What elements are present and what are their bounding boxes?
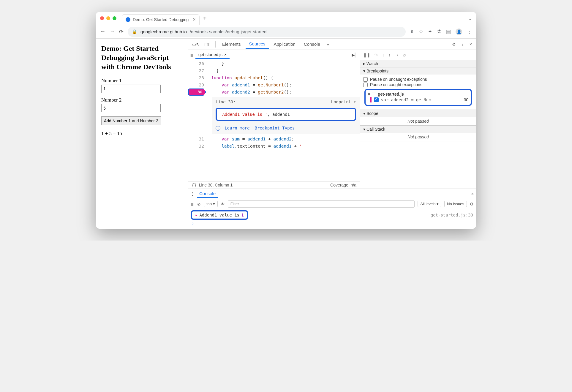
logpoint-marker[interactable]: ·· 30 <box>188 88 206 96</box>
number2-label: Number 2 <box>101 97 182 103</box>
new-tab-button[interactable]: + <box>203 15 207 22</box>
logpoint-line-label: Line 30: <box>216 98 236 105</box>
drawer-menu-icon[interactable]: ⋮ <box>190 192 195 196</box>
tab-application[interactable]: Application <box>270 40 299 48</box>
console-drawer: ⋮ Console × ▥ ⊘ top ▾ 👁 All levels ▾ No … <box>188 189 476 229</box>
browser-window: Demo: Get Started Debugging × + ⌄ ← → ⟳ … <box>96 12 476 229</box>
breakpoint-file-header[interactable]: ▾ get-started.js <box>368 92 468 97</box>
toolbar-icons: ⇪ ☆ ✦ ⚗ ▤ 👤 ⋮ <box>410 29 472 35</box>
devtools-tabs: ▭↖ ▢▯ Elements Sources Application Conso… <box>188 39 476 50</box>
console-sidebar-icon[interactable]: ▥ <box>190 202 194 206</box>
step-over-icon[interactable]: ↷ <box>375 53 378 57</box>
lock-icon: 🔒 <box>132 29 138 34</box>
gutter: 26 <box>188 60 207 67</box>
inspect-icon[interactable]: ▭↖ <box>190 41 201 48</box>
logpoint-expression[interactable]: 'Addend1 value is ', addend1 <box>216 108 356 121</box>
close-file-icon[interactable]: × <box>224 52 227 57</box>
add-button[interactable]: Add Number 1 and Number 2 <box>101 116 161 125</box>
file-tab[interactable]: get-started.js × <box>195 51 230 59</box>
extensions-icon[interactable]: ✦ <box>428 29 432 35</box>
tabs-dropdown-icon[interactable]: ⌄ <box>468 15 472 21</box>
logpoint-type-dropdown[interactable]: Logpoint ▾ <box>331 98 356 105</box>
address-bar: ← → ⟳ 🔒 googlechrome.github.io/devtools-… <box>96 25 476 39</box>
log-levels-dropdown[interactable]: All levels ▾ <box>418 201 441 207</box>
sources-toolbar: ▥ get-started.js × ▶▏ <box>188 50 360 60</box>
close-window-button[interactable] <box>100 16 104 20</box>
tab-elements[interactable]: Elements <box>219 40 244 48</box>
issues-button[interactable]: No Issues <box>444 201 467 207</box>
share-icon[interactable]: ⇪ <box>410 29 414 35</box>
url-input[interactable]: 🔒 googlechrome.github.io/devtools-sample… <box>128 27 406 37</box>
console-prompt[interactable]: › <box>188 221 476 229</box>
breakpoints-section: ▾ Breakpoints Pause on uncaught exceptio… <box>360 67 476 110</box>
console-toolbar: ▥ ⊘ top ▾ 👁 All levels ▾ No Issues ⚙ <box>188 199 476 209</box>
close-devtools-icon[interactable]: × <box>468 41 474 48</box>
breakpoint-entry[interactable]: var addend2 = getNum… 30 <box>368 97 468 103</box>
demo-page: Demo: Get Started Debugging JavaScript w… <box>96 39 188 229</box>
url-domain: googlechrome.github.io <box>140 29 187 34</box>
sources-panel: ▥ get-started.js × ▶▏ 26 } 27 } 28functi… <box>188 50 360 189</box>
traffic-lights <box>100 16 116 20</box>
pause-icon[interactable]: ❚❚ <box>363 53 370 57</box>
url-path: /devtools-samples/debug-js/get-started <box>190 29 266 34</box>
editor-status-bar: {} Line 30, Column 1 Coverage: n/a <box>188 181 360 189</box>
titlebar: Demo: Get Started Debugging × + ⌄ <box>96 12 476 25</box>
page-heading: Demo: Get Started Debugging JavaScript w… <box>101 44 182 72</box>
back-button[interactable]: ← <box>100 29 105 35</box>
chrome-menu-icon[interactable]: ⋮ <box>467 29 472 35</box>
log-source-link[interactable]: get-started.js:30 <box>431 213 473 217</box>
tab-console[interactable]: Console <box>300 40 324 48</box>
reading-list-icon[interactable]: ▤ <box>446 29 451 35</box>
file-tab-name: get-started.js <box>198 52 222 57</box>
scope-section[interactable]: ▾ Scope Not paused <box>360 110 476 126</box>
number1-label: Number 1 <box>101 78 182 84</box>
tab-sources[interactable]: Sources <box>246 39 269 49</box>
pause-caught-checkbox[interactable]: Pause on caught exceptions <box>363 82 473 87</box>
breakpoint-checkbox[interactable] <box>374 97 379 102</box>
step-out-icon[interactable]: ↑ <box>388 53 391 57</box>
step-icon[interactable]: ↦ <box>395 53 398 57</box>
kebab-menu-icon[interactable]: ⋮ <box>459 41 467 48</box>
more-files-icon[interactable]: ▶▏ <box>352 53 358 57</box>
forward-button[interactable]: → <box>110 29 115 35</box>
context-selector[interactable]: top ▾ <box>204 201 218 207</box>
divider <box>215 41 216 47</box>
tab-title: Demo: Get Started Debugging <box>133 17 189 22</box>
number2-input[interactable] <box>101 104 161 112</box>
call-stack-section[interactable]: ▾ Call Stack Not paused <box>360 126 476 141</box>
code-editor[interactable]: 26 } 27 } 28function updateLabel() { 29 … <box>188 60 360 181</box>
logpoint-indicator <box>370 97 372 102</box>
live-expression-icon[interactable]: 👁 <box>221 202 225 206</box>
close-tab-icon[interactable]: × <box>193 17 195 22</box>
pause-uncaught-checkbox[interactable]: Pause on uncaught exceptions <box>363 77 473 82</box>
console-filter-input[interactable] <box>228 200 415 208</box>
more-tabs-icon[interactable]: » <box>325 41 331 48</box>
drawer-tab-console[interactable]: Console <box>197 190 218 198</box>
browser-tab[interactable]: Demo: Get Started Debugging × <box>122 14 200 25</box>
profile-avatar[interactable]: 👤 <box>456 29 462 35</box>
bookmark-icon[interactable]: ☆ <box>419 29 423 35</box>
device-toggle-icon[interactable]: ▢▯ <box>203 41 212 48</box>
minimize-window-button[interactable] <box>106 16 110 20</box>
deactivate-breakpoints-icon[interactable]: ⊘ <box>402 53 406 57</box>
devtools: ▭↖ ▢▯ Elements Sources Application Conso… <box>188 39 476 229</box>
navigator-toggle-icon[interactable]: ▥ <box>190 53 194 57</box>
reload-button[interactable]: ⟳ <box>119 29 124 35</box>
settings-icon[interactable]: ⚙ <box>450 41 458 48</box>
watch-section[interactable]: ▸ Watch <box>360 60 476 67</box>
labs-icon[interactable]: ⚗ <box>437 29 441 35</box>
content-area: Demo: Get Started Debugging JavaScript w… <box>96 39 476 229</box>
line-30-row: ·· 30 30 var addend2 = getNumber2(); <box>188 88 360 96</box>
learn-more-icon <box>216 126 220 131</box>
maximize-window-button[interactable] <box>113 16 116 20</box>
console-settings-icon[interactable]: ⚙ <box>470 202 474 206</box>
learn-more-link[interactable]: Learn more: Breakpoint Types <box>225 126 295 130</box>
cursor-position: Line 30, Column 1 <box>199 183 233 187</box>
clear-console-icon[interactable]: ⊘ <box>197 202 201 206</box>
pretty-print-icon[interactable]: {} <box>192 183 197 187</box>
close-drawer-icon[interactable]: × <box>471 192 474 196</box>
step-into-icon[interactable]: ↓ <box>382 53 384 57</box>
number1-input[interactable] <box>101 85 161 93</box>
result-text: 1 + 5 = 15 <box>101 131 182 137</box>
debugger-panel: ❚❚ ↷ ↓ ↑ ↦ ⊘ ▸ Watch ▾ Breakpoints Pause… <box>360 50 476 189</box>
